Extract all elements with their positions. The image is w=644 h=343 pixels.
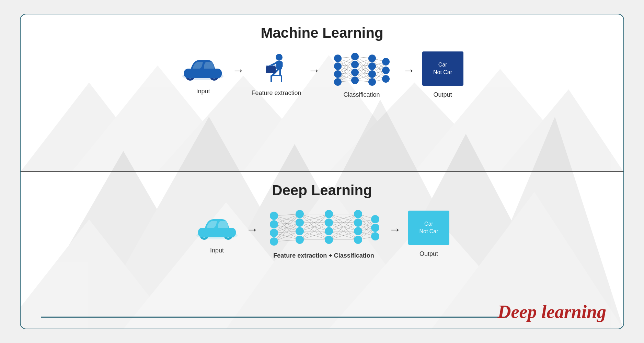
svg-point-164 [270,237,278,246]
dl-input-label: Input [210,247,224,254]
dl-arrow-1: → [246,222,258,237]
svg-point-80 [334,55,342,62]
ml-nn-wrapper [327,51,396,86]
main-container: Machine Learning [20,14,624,329]
svg-point-174 [354,218,362,227]
ml-feature-item: Feature extraction [251,53,301,97]
svg-point-93 [382,67,390,74]
ml-feature-icon [259,53,294,84]
ml-classification-label: Classification [344,91,380,98]
dl-combined-label: Feature extraction + Classification [273,252,374,259]
svg-point-161 [270,212,278,220]
svg-point-165 [296,210,304,218]
svg-point-176 [354,236,362,244]
dl-nn-svg [265,209,382,247]
svg-point-89 [368,62,376,70]
dl-title: Deep Learning [272,182,372,199]
svg-point-24 [276,54,283,61]
ml-arrow-3: → [403,63,415,78]
dl-nn-wrapper [265,209,382,247]
ml-nn-svg [327,51,396,86]
svg-point-84 [351,53,359,60]
dl-output-box: Car Not Car [408,211,449,245]
svg-point-177 [371,215,379,223]
svg-point-87 [351,76,359,84]
ml-flow-row: Input → [181,51,463,98]
svg-point-170 [325,218,333,227]
svg-point-81 [334,62,342,70]
svg-rect-35 [266,66,276,66]
dl-car-icon [195,214,239,241]
svg-rect-100 [198,228,236,237]
ml-input-item: Input [181,55,225,95]
dl-output-label: Output [419,250,438,258]
content-wrapper: Machine Learning [21,14,623,329]
svg-point-82 [334,70,342,78]
dl-output-car: Car [424,221,433,227]
svg-rect-33 [266,66,276,72]
svg-line-64 [355,58,372,80]
svg-point-167 [296,227,304,235]
svg-point-172 [325,236,333,244]
ml-section: Machine Learning [21,14,623,172]
ml-feature-label: Feature extraction [251,90,301,97]
ml-output-not-car: Not Car [433,69,452,75]
svg-point-162 [270,220,278,228]
svg-point-90 [368,70,376,78]
ml-output-box: Car Not Car [422,51,463,86]
svg-point-168 [296,236,304,244]
ml-output-label: Output [434,91,452,98]
ml-output-item: Car Not Car Output [422,51,463,98]
ml-title: Machine Learning [261,25,383,41]
ml-arrow-2: → [308,63,321,78]
svg-point-88 [368,55,376,62]
svg-point-179 [371,232,379,240]
ml-car-icon [181,55,225,82]
ml-classification-item: Classification [327,51,396,98]
dl-output-not-car: Not Car [419,228,438,235]
svg-point-86 [351,69,359,76]
ml-arrow-1: → [232,63,244,78]
svg-point-171 [325,227,333,235]
dl-flow-row: Input → [195,209,449,259]
ml-input-label: Input [196,88,210,95]
svg-point-91 [368,78,376,86]
svg-rect-34 [266,72,276,73]
svg-point-169 [325,210,333,218]
ml-output-car: Car [438,62,447,68]
svg-point-178 [371,224,379,232]
svg-point-175 [354,227,362,235]
dl-output-item: Car Not Car Output [408,211,449,258]
svg-rect-23 [184,69,222,78]
svg-point-83 [334,78,342,86]
dl-arrow-2: → [389,222,401,237]
svg-point-163 [270,229,278,237]
dl-section: Deep Learning Input [21,172,623,329]
svg-point-173 [354,210,362,218]
dl-nn-item: Feature extraction + Classification [265,209,382,259]
dl-input-item: Input [195,214,239,254]
svg-point-92 [382,58,390,66]
svg-point-85 [351,61,359,68]
svg-point-166 [296,218,304,227]
svg-point-94 [382,75,390,83]
